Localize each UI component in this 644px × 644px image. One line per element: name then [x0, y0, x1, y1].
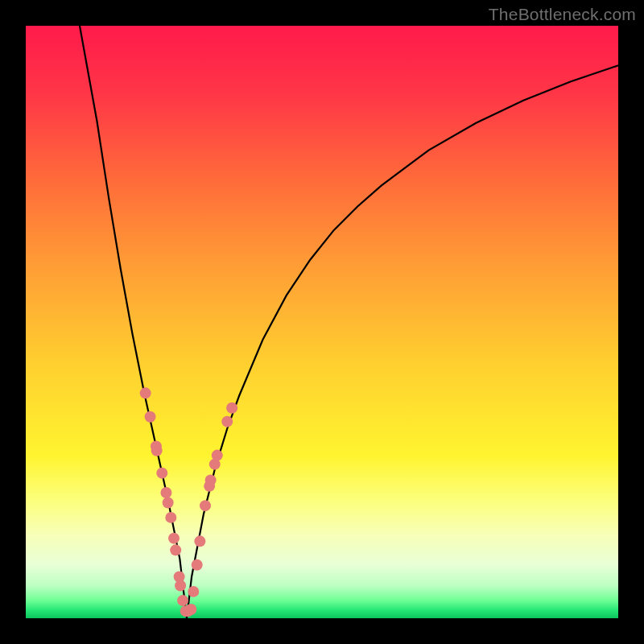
chart-svg — [26, 26, 618, 618]
data-point — [156, 468, 167, 479]
data-point — [200, 500, 211, 511]
data-point — [185, 604, 196, 615]
data-point — [165, 512, 176, 523]
data-point — [205, 475, 217, 486]
watermark-text: TheBottleneck.com — [489, 5, 636, 24]
data-point — [140, 387, 151, 398]
data-point — [163, 497, 174, 508]
data-point — [175, 580, 186, 592]
data-point — [170, 544, 181, 555]
data-point — [188, 586, 199, 597]
data-point — [192, 559, 203, 571]
data-point — [226, 402, 237, 414]
data-point — [194, 535, 205, 547]
plot-area — [26, 26, 618, 618]
data-point — [177, 595, 188, 606]
data-point — [212, 450, 223, 461]
data-point — [160, 487, 171, 498]
data-point — [151, 445, 163, 456]
data-point — [168, 533, 180, 544]
data-point — [145, 411, 156, 423]
data-point — [221, 416, 233, 427]
outer-frame: TheBottleneck.com — [0, 0, 644, 644]
chart-background — [26, 26, 618, 618]
